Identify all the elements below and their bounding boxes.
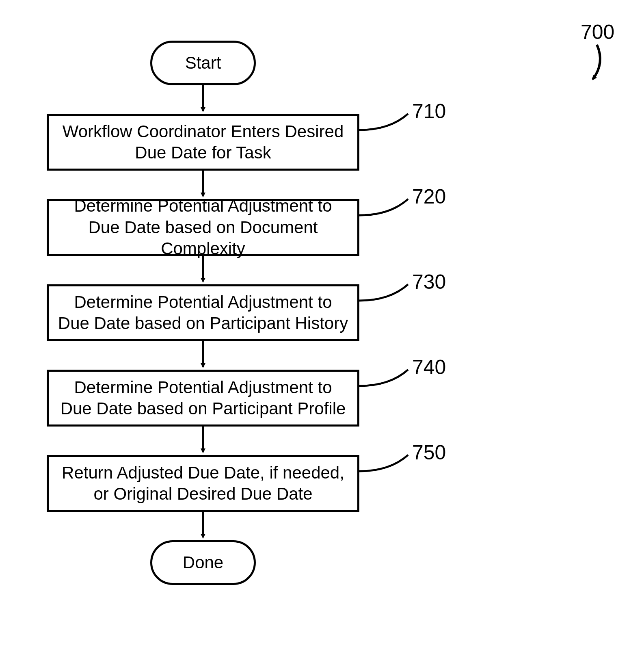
leader-720 (359, 199, 408, 215)
ref-label-750: 750 (412, 441, 446, 464)
flowchart-canvas: 700 Start Workflow Coordinator Enters De… (0, 0, 644, 654)
process-step-720: Determine Potential Adjustment to Due Da… (47, 199, 359, 256)
process-step-label: Determine Potential Adjustment to Due Da… (57, 377, 349, 420)
terminator-done: Done (150, 540, 256, 585)
process-step-750: Return Adjusted Due Date, if needed, or … (47, 455, 359, 512)
terminator-start: Start (150, 41, 256, 85)
ref-label-720: 720 (412, 185, 446, 208)
process-step-710: Workflow Coordinator Enters Desired Due … (47, 114, 359, 171)
process-step-740: Determine Potential Adjustment to Due Da… (47, 370, 359, 427)
ref-label-730: 730 (412, 270, 446, 294)
process-step-730: Determine Potential Adjustment to Due Da… (47, 284, 359, 341)
terminator-done-label: Done (183, 553, 223, 572)
leader-730 (359, 284, 408, 301)
figure-ref: 700 (581, 20, 614, 44)
process-step-label: Determine Potential Adjustment to Due Da… (57, 195, 349, 260)
process-step-label: Workflow Coordinator Enters Desired Due … (57, 121, 349, 164)
terminator-start-label: Start (185, 53, 221, 73)
process-step-label: Return Adjusted Due Date, if needed, or … (57, 462, 349, 505)
leader-710 (359, 114, 408, 130)
leader-750 (359, 455, 408, 471)
leader-700 (593, 45, 600, 79)
process-step-label: Determine Potential Adjustment to Due Da… (57, 292, 349, 334)
ref-label-710: 710 (412, 100, 446, 123)
leader-740 (359, 370, 408, 386)
ref-label-740: 740 (412, 355, 446, 379)
